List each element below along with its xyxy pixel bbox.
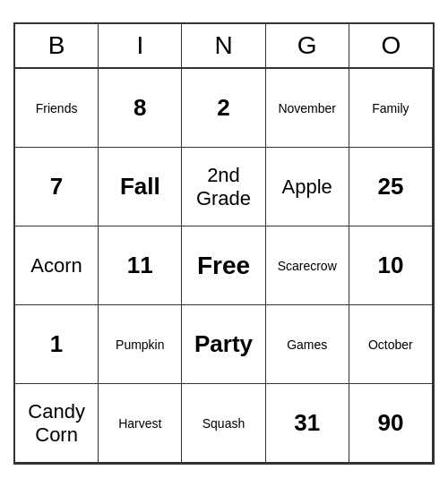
bingo-cell-4: Family <box>349 69 433 148</box>
bingo-card: BINGO Friends82NovemberFamily7Fall2nd Gr… <box>13 22 435 465</box>
bingo-cell-3: November <box>266 69 349 148</box>
bingo-cell-14: 10 <box>349 226 433 305</box>
header-letter-o: O <box>349 24 433 67</box>
bingo-cell-16: Pumpkin <box>99 305 182 384</box>
bingo-cell-6: Fall <box>99 148 182 226</box>
bingo-cell-11: 11 <box>99 226 182 305</box>
bingo-cell-10: Acorn <box>15 226 99 305</box>
bingo-cell-22: Squash <box>182 384 265 463</box>
header-letter-n: N <box>182 24 265 67</box>
bingo-cell-24: 90 <box>349 384 433 463</box>
bingo-cell-13: Scarecrow <box>266 226 349 305</box>
header-letter-g: G <box>266 24 349 67</box>
bingo-cell-8: Apple <box>266 148 349 226</box>
bingo-cell-23: 31 <box>266 384 349 463</box>
bingo-cell-5: 7 <box>15 148 99 226</box>
bingo-cell-9: 25 <box>349 148 433 226</box>
bingo-grid: Friends82NovemberFamily7Fall2nd GradeApp… <box>15 69 433 463</box>
bingo-cell-0: Friends <box>15 69 99 148</box>
header-letter-b: B <box>15 24 99 67</box>
bingo-cell-17: Party <box>182 305 265 384</box>
bingo-cell-7: 2nd Grade <box>182 148 265 226</box>
bingo-header: BINGO <box>15 24 433 69</box>
bingo-cell-19: October <box>349 305 433 384</box>
bingo-cell-21: Harvest <box>99 384 182 463</box>
bingo-cell-20: Candy Corn <box>15 384 99 463</box>
header-letter-i: I <box>99 24 182 67</box>
bingo-cell-1: 8 <box>99 69 182 148</box>
bingo-cell-15: 1 <box>15 305 99 384</box>
bingo-cell-2: 2 <box>182 69 265 148</box>
bingo-cell-18: Games <box>266 305 349 384</box>
bingo-cell-12: Free <box>182 226 265 305</box>
